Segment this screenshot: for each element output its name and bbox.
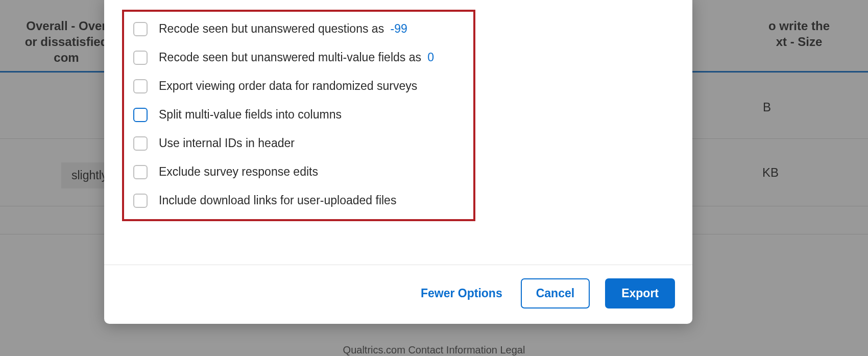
option-label: Recode seen but unanswered questions as …	[159, 22, 407, 36]
option-download-links: Include download links for user-uploaded…	[133, 194, 464, 208]
option-export-viewing-order: Export viewing order data for randomized…	[133, 79, 464, 93]
checkbox-export-viewing-order[interactable]	[133, 79, 148, 93]
option-label: Split multi-value fields into columns	[159, 108, 342, 122]
option-split-multivalue: Split multi-value fields into columns	[133, 108, 464, 122]
export-options-modal: Recode seen but unanswered questions as …	[104, 0, 692, 324]
option-label: Exclude survey response edits	[159, 165, 318, 179]
option-label: Include download links for user-uploaded…	[159, 194, 396, 208]
checkbox-recode-multivalue[interactable]	[133, 51, 148, 65]
option-value[interactable]: 0	[427, 51, 434, 64]
option-recode-multivalue: Recode seen but unanswered multi-value f…	[133, 51, 464, 65]
highlighted-options-box: Recode seen but unanswered questions as …	[122, 10, 475, 221]
option-recode-unanswered: Recode seen but unanswered questions as …	[133, 22, 464, 36]
option-label: Use internal IDs in header	[159, 136, 295, 151]
checkbox-download-links[interactable]	[133, 194, 148, 208]
fewer-options-button[interactable]: Fewer Options	[418, 282, 505, 304]
export-button[interactable]: Export	[605, 278, 675, 308]
option-text: Recode seen but unanswered multi-value f…	[159, 51, 421, 64]
cancel-button[interactable]: Cancel	[521, 278, 590, 308]
option-label: Export viewing order data for randomized…	[159, 79, 417, 93]
modal-body: Recode seen but unanswered questions as …	[104, 0, 692, 265]
checkbox-internal-ids[interactable]	[133, 136, 148, 151]
checkbox-recode-unanswered[interactable]	[133, 22, 148, 36]
modal-footer: Fewer Options Cancel Export	[104, 265, 692, 324]
checkbox-split-multivalue[interactable]	[133, 108, 148, 122]
checkbox-exclude-edits[interactable]	[133, 165, 148, 179]
option-internal-ids: Use internal IDs in header	[133, 136, 464, 151]
option-value[interactable]: -99	[391, 22, 407, 35]
option-text: Recode seen but unanswered questions as	[159, 22, 384, 35]
option-label: Recode seen but unanswered multi-value f…	[159, 51, 434, 65]
option-exclude-edits: Exclude survey response edits	[133, 165, 464, 179]
